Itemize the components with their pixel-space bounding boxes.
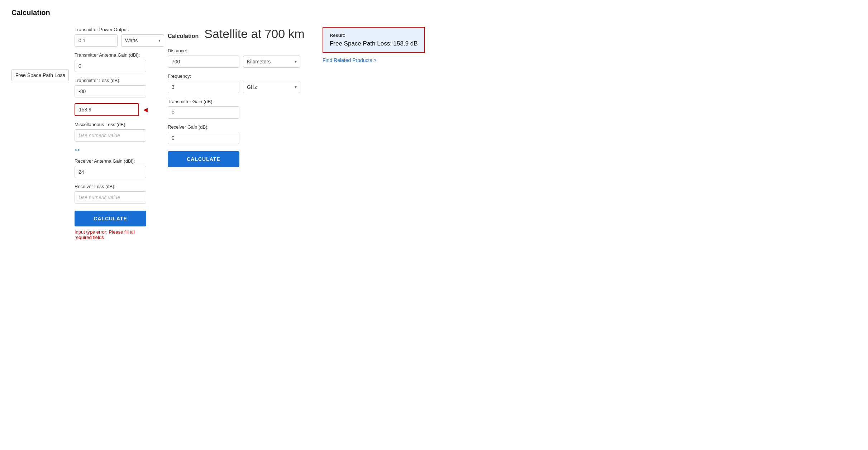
right-calc-label: Calculation bbox=[168, 33, 199, 39]
distance-unit-wrapper[interactable]: Kilometers Miles Meters bbox=[243, 56, 300, 68]
transmitter-power-input[interactable] bbox=[75, 34, 118, 47]
transmitter-antenna-gain-label: Transmitter Antenna Gain (dBi): bbox=[75, 52, 146, 58]
right-receiver-gain-label: Receiver Gain (dB): bbox=[168, 124, 305, 130]
frequency-label: Frequency: bbox=[168, 73, 305, 79]
right-transmitter-gain-label: Transmitter Gain (dB): bbox=[168, 99, 305, 104]
error-message: Input type error: Please fill all requir… bbox=[75, 229, 146, 240]
frequency-unit-select[interactable]: GHz MHz kHz bbox=[243, 81, 300, 93]
distance-unit-select[interactable]: Kilometers Miles Meters bbox=[243, 56, 300, 68]
receiver-antenna-gain-input[interactable] bbox=[75, 166, 146, 178]
transmitter-loss-label: Transmitter Loss (dB): bbox=[75, 78, 146, 83]
misc-loss-input[interactable] bbox=[75, 129, 146, 142]
back-link[interactable]: << bbox=[75, 147, 146, 153]
right-calculate-button[interactable]: CALCULATE bbox=[168, 151, 239, 167]
fspl-dropdown[interactable]: Free Space Path Loss (dB): bbox=[11, 69, 69, 81]
transmitter-power-unit-select[interactable]: Watts dBm dBW bbox=[121, 34, 164, 47]
left-calculate-button[interactable]: CALCULATE bbox=[75, 211, 146, 226]
distance-input[interactable] bbox=[168, 56, 239, 68]
fspl-dropdown-wrapper[interactable]: Free Space Path Loss (dB): bbox=[11, 69, 69, 81]
receiver-loss-input[interactable] bbox=[75, 191, 146, 204]
frequency-input[interactable] bbox=[168, 81, 239, 93]
red-arrow-icon: ◄ bbox=[142, 106, 149, 114]
result-box: Result: Free Space Path Loss: 158.9 dB bbox=[323, 27, 425, 53]
result-value: Free Space Path Loss: 158.9 dB bbox=[330, 40, 418, 47]
receiver-loss-label: Receiver Loss (dB): bbox=[75, 184, 146, 189]
transmitter-power-unit-wrapper[interactable]: Watts dBm dBW bbox=[121, 34, 164, 47]
result-label: Result: bbox=[330, 33, 418, 38]
find-products-link[interactable]: Find Related Products > bbox=[323, 57, 425, 63]
transmitter-power-label: Transmitter Power Output: bbox=[75, 27, 146, 32]
page-title: Calculation bbox=[11, 9, 857, 17]
misc-loss-label: Miscellaneous Loss (dB): bbox=[75, 122, 146, 127]
right-receiver-gain-input[interactable] bbox=[168, 132, 239, 144]
transmitter-antenna-gain-input[interactable] bbox=[75, 60, 146, 72]
transmitter-loss-input[interactable] bbox=[75, 85, 146, 97]
frequency-unit-wrapper[interactable]: GHz MHz kHz bbox=[243, 81, 300, 93]
distance-label: Distance: bbox=[168, 48, 305, 53]
right-transmitter-gain-input[interactable] bbox=[168, 106, 239, 119]
fspl-value-input[interactable] bbox=[75, 103, 139, 116]
receiver-antenna-gain-label: Receiver Antenna Gain (dBi): bbox=[75, 158, 146, 164]
satellite-title: Satellite at 700 km bbox=[204, 27, 305, 41]
